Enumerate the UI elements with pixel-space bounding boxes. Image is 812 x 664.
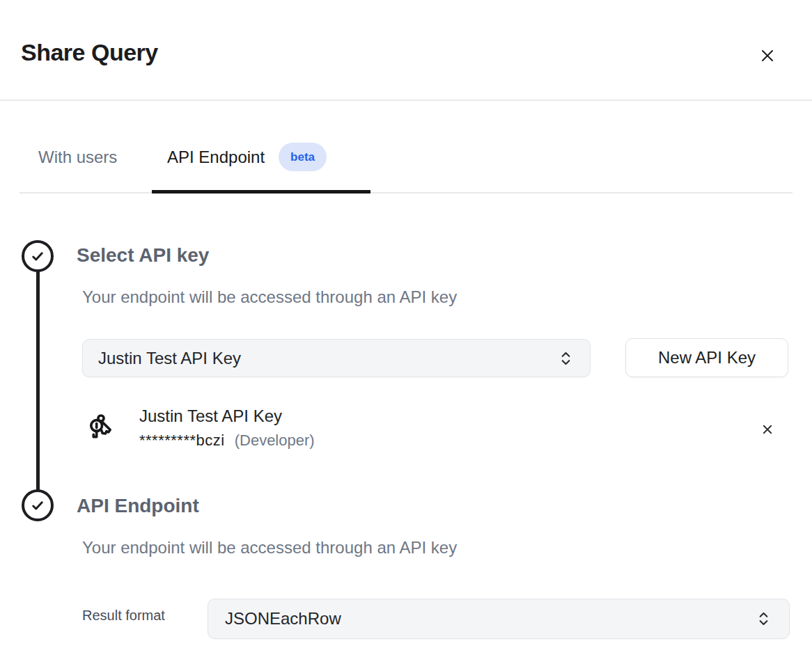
checkmark-icon	[27, 246, 48, 267]
beta-badge: beta	[279, 143, 327, 171]
chevron-up-down-icon	[560, 350, 572, 367]
step-2-check-circle	[22, 489, 54, 521]
keys-icon	[85, 412, 117, 444]
page-title: Share Query	[21, 39, 158, 66]
checkmark-icon	[27, 495, 48, 516]
step-1-title: Select API key	[77, 244, 209, 267]
selected-key-name: Justin Test API Key	[139, 406, 282, 426]
result-format-select[interactable]: JSONEachRow	[208, 599, 790, 639]
tab-api-endpoint[interactable]: API Endpoint beta	[167, 143, 327, 171]
step-1-description: Your endpoint will be accessed through a…	[82, 287, 457, 307]
remove-key-button[interactable]	[756, 418, 779, 441]
step-1-check-circle	[22, 240, 54, 272]
close-button[interactable]	[754, 42, 781, 70]
tabs-divider	[19, 192, 793, 193]
tab-api-endpoint-label: API Endpoint	[167, 148, 265, 167]
active-tab-underline	[152, 190, 370, 193]
close-icon	[759, 47, 776, 64]
selected-key-role: (Developer)	[235, 432, 315, 450]
selected-key-masked-secret: *********bczi	[139, 432, 225, 450]
result-format-label: Result format	[82, 608, 165, 624]
selected-key-details: *********bczi (Developer)	[139, 432, 315, 450]
header-divider	[0, 100, 812, 101]
new-api-key-button[interactable]: New API Key	[625, 338, 788, 377]
step-2-title: API Endpoint	[77, 495, 199, 517]
api-key-select-value: Justin Test API Key	[98, 349, 241, 368]
api-key-select[interactable]: Justin Test API Key	[82, 339, 591, 377]
stepper-rail	[36, 270, 40, 493]
close-icon	[761, 423, 774, 436]
result-format-select-value: JSONEachRow	[225, 609, 341, 629]
tab-with-users[interactable]: With users	[38, 148, 117, 167]
chevron-up-down-icon	[758, 610, 770, 627]
share-query-modal: Share Query With users API Endpoint beta	[0, 0, 812, 664]
step-2-description: Your endpoint will be accessed through a…	[82, 538, 457, 558]
